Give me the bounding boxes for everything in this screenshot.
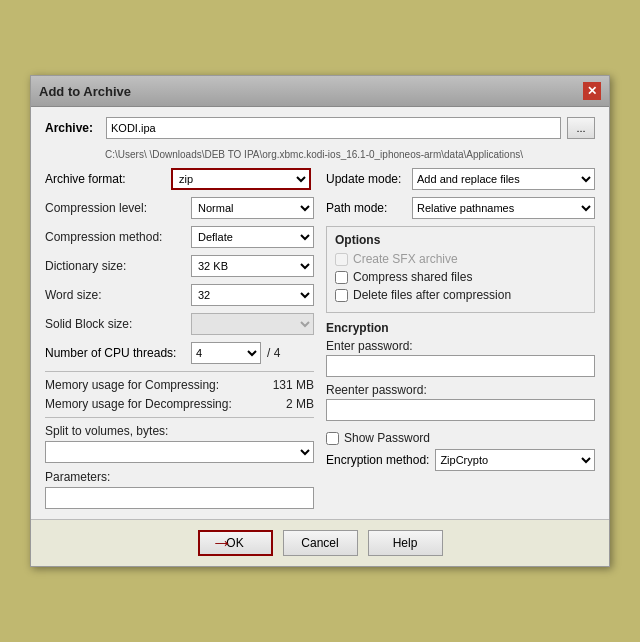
ok-button[interactable]: OK — [198, 530, 273, 556]
split-volumes-label: Split to volumes, bytes: — [45, 424, 314, 438]
update-mode-row: Update mode: Add and replace files Updat… — [326, 168, 595, 190]
compress-shared-label: Compress shared files — [353, 270, 472, 284]
compression-level-row: Compression level: Normal Store Fastest … — [45, 197, 314, 219]
dialog-footer: → OK Cancel Help — [31, 519, 609, 566]
split-volumes-row: Split to volumes, bytes: — [45, 424, 314, 463]
enter-password-input[interactable] — [326, 355, 595, 377]
compression-level-select[interactable]: Normal Store Fastest Fast Maximum — [191, 197, 314, 219]
word-size-row: Word size: 32 8 16 64 — [45, 284, 314, 306]
show-password-label: Show Password — [344, 431, 430, 445]
word-size-label: Word size: — [45, 288, 185, 302]
compression-method-select[interactable]: Deflate Store BZip2 — [191, 226, 314, 248]
dictionary-size-label: Dictionary size: — [45, 259, 185, 273]
path-mode-row: Path mode: Relative pathnames No pathnam… — [326, 197, 595, 219]
title-bar: Add to Archive ✕ — [31, 76, 609, 107]
path-mode-label: Path mode: — [326, 201, 406, 215]
enter-password-label: Enter password: — [326, 339, 595, 353]
solid-block-select[interactable] — [191, 313, 314, 335]
enc-method-select[interactable]: ZipCrypto AES-256 — [435, 449, 595, 471]
reenter-password-label: Reenter password: — [326, 383, 595, 397]
delete-after-label: Delete files after compression — [353, 288, 511, 302]
path-mode-select[interactable]: Relative pathnames No pathnames Absolute… — [412, 197, 595, 219]
mem-decompress-row: Memory usage for Decompressing: 2 MB — [45, 397, 314, 411]
right-column: Update mode: Add and replace files Updat… — [326, 168, 595, 509]
encryption-group: Encryption Enter password: Reenter passw… — [326, 321, 595, 471]
archive-format-select[interactable]: zip 7z tar gzip — [171, 168, 311, 190]
solid-block-row: Solid Block size: — [45, 313, 314, 335]
add-to-archive-dialog: Add to Archive ✕ Archive: ... C:\Users\ … — [30, 75, 610, 567]
mem-compress-label: Memory usage for Compressing: — [45, 378, 254, 392]
close-button[interactable]: ✕ — [583, 82, 601, 100]
compression-method-label: Compression method: — [45, 230, 185, 244]
parameters-label: Parameters: — [45, 470, 314, 484]
browse-button[interactable]: ... — [567, 117, 595, 139]
show-password-checkbox[interactable] — [326, 432, 339, 445]
cpu-threads-row: Number of CPU threads: 4 1 2 / 4 — [45, 342, 314, 364]
mem-compress-value: 131 MB — [254, 378, 314, 392]
word-size-select[interactable]: 32 8 16 64 — [191, 284, 314, 306]
parameters-section: Parameters: — [45, 470, 314, 509]
compression-method-row: Compression method: Deflate Store BZip2 — [45, 226, 314, 248]
archive-label: Archive: — [45, 121, 100, 135]
archive-filename-input[interactable] — [106, 117, 561, 139]
encryption-title: Encryption — [326, 321, 595, 335]
compression-level-label: Compression level: — [45, 201, 185, 215]
show-password-row: Show Password — [326, 431, 595, 445]
options-title: Options — [335, 233, 586, 247]
solid-block-label: Solid Block size: — [45, 317, 185, 331]
create-sfx-row: Create SFX archive — [335, 252, 586, 266]
parameters-input[interactable] — [45, 487, 314, 509]
archive-format-label: Archive format: — [45, 172, 165, 186]
create-sfx-checkbox[interactable] — [335, 253, 348, 266]
mem-decompress-label: Memory usage for Decompressing: — [45, 397, 254, 411]
split-volumes-select[interactable] — [45, 441, 314, 463]
options-group: Options Create SFX archive Compress shar… — [326, 226, 595, 313]
enc-method-label: Encryption method: — [326, 453, 429, 467]
dictionary-size-select[interactable]: 32 KB 4 KB 16 KB — [191, 255, 314, 277]
archive-format-row: Archive format: zip 7z tar gzip — [45, 168, 314, 190]
enc-method-row: Encryption method: ZipCrypto AES-256 — [326, 449, 595, 471]
create-sfx-label: Create SFX archive — [353, 252, 458, 266]
mem-decompress-value: 2 MB — [254, 397, 314, 411]
mem-compress-row: Memory usage for Compressing: 131 MB — [45, 378, 314, 392]
update-mode-select[interactable]: Add and replace files Update and add fil… — [412, 168, 595, 190]
delete-after-row: Delete files after compression — [335, 288, 586, 302]
left-column: Archive format: zip 7z tar gzip Compress… — [45, 168, 314, 509]
cpu-threads-label: Number of CPU threads: — [45, 346, 185, 360]
dialog-body: Archive: ... C:\Users\ \Downloads\DEB TO… — [31, 107, 609, 519]
compress-shared-checkbox[interactable] — [335, 271, 348, 284]
help-button[interactable]: Help — [368, 530, 443, 556]
threads-total: / 4 — [267, 346, 280, 360]
compress-shared-row: Compress shared files — [335, 270, 586, 284]
reenter-password-input[interactable] — [326, 399, 595, 421]
cpu-threads-select[interactable]: 4 1 2 — [191, 342, 261, 364]
cancel-button[interactable]: Cancel — [283, 530, 358, 556]
ok-arrow-indicator: → — [211, 530, 233, 556]
delete-after-checkbox[interactable] — [335, 289, 348, 302]
dictionary-size-row: Dictionary size: 32 KB 4 KB 16 KB — [45, 255, 314, 277]
archive-path-display: C:\Users\ \Downloads\DEB TO IPA\org.xbmc… — [105, 149, 595, 160]
dialog-title: Add to Archive — [39, 84, 131, 99]
columns: Archive format: zip 7z tar gzip Compress… — [45, 168, 595, 509]
update-mode-label: Update mode: — [326, 172, 406, 186]
archive-row: Archive: ... — [45, 117, 595, 139]
